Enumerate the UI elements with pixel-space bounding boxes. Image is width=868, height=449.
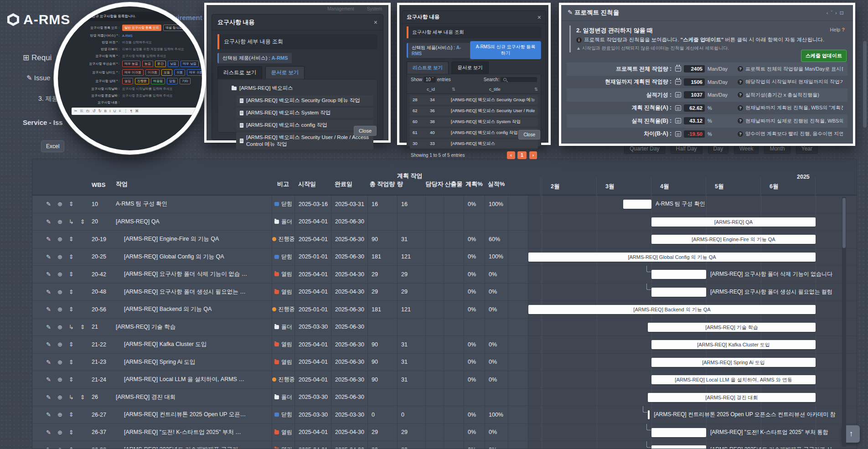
col-header-note[interactable]: 비고 (272, 159, 294, 195)
tree-root-row[interactable]: [ARMS-REQ] 백오피스 (228, 83, 373, 93)
gantt-bar[interactable]: [ARMS-REQ] QA (651, 217, 816, 227)
list-item[interactable]: 2834[ARMS-REQ] 백오피스 Security Group 메뉴 작업 (410, 95, 538, 105)
col-header-actual-pct[interactable]: 실적% (485, 159, 508, 195)
move-row-icon[interactable]: ⇕ (69, 271, 74, 278)
gantt-bar[interactable]: [ARMS-REQ] Spring Ai 도입 (651, 358, 816, 367)
task-cell[interactable]: [ARMS-REQ] QA (112, 213, 272, 231)
form-option-chip[interactable]: 쉬움 (174, 69, 185, 76)
form-option-chip[interactable]: 닫힘 (167, 78, 178, 84)
field-value[interactable]: 1506 (684, 78, 705, 86)
edit-row-icon[interactable]: ✎ (46, 446, 51, 449)
move-row-icon[interactable]: ⇕ (80, 218, 85, 225)
entries-select[interactable]: 10 ˇ (424, 77, 436, 83)
form-option-chip[interactable]: 매우 낮음 (181, 61, 199, 67)
edit-row-icon[interactable]: ✎ (46, 271, 51, 278)
move-row-icon[interactable]: ⇕ (69, 236, 74, 243)
table-row[interactable]: ✎⊕⇕21-24[ARMS-REQ] Local LLM 을 설치하여, ARM… (32, 371, 857, 389)
collapse-right-icon[interactable]: › (835, 10, 840, 15)
field-value[interactable]: 2405 (684, 65, 705, 72)
edit-row-icon[interactable]: ✎ (46, 201, 51, 207)
col-header-start[interactable]: 시작일 (294, 159, 331, 195)
add-row-icon[interactable]: ⊕ (57, 236, 62, 243)
form-option-chip[interactable]: 중간 (155, 61, 166, 67)
col-header-plan-pct[interactable]: 계획% (464, 159, 485, 195)
table-row[interactable]: ✎⊕⇕20-25[ARMS-REQ] Global Config 의 기능 QA… (32, 248, 857, 266)
col-header-owner[interactable]: 담당자 (425, 159, 444, 195)
table-row[interactable]: ✎⊕⇕26-27[ARMS-REQ] 컨트리뷰톤 2025 Open UP 오픈… (32, 406, 857, 424)
table-row[interactable]: ✎⊕⇕26-37[ARMS-REQ] "도전! K-스타트업 2025" 부처 … (32, 424, 857, 442)
task-cell[interactable]: [ARMS-REQ] Backend 의 기능 QA (112, 301, 272, 318)
task-cell[interactable]: [ARMS-REQ] "도전! K-스타트업 2025" 부처 … (112, 424, 272, 441)
table-row[interactable]: ✎⊕⇕20-56[ARMS-REQ] Backend 의 기능 QA진행중202… (32, 301, 857, 319)
form-option-chip[interactable]: 진행중 (135, 78, 149, 84)
edit-row-icon[interactable]: ✎ (46, 218, 51, 225)
table-row[interactable]: ✎⊕↳⇕20[ARMS-REQ] QA폴더2025-04-012025-06-3… (32, 213, 857, 231)
add-row-icon[interactable]: ⊕ (57, 446, 62, 449)
edit-row-icon[interactable]: ✎ (46, 429, 51, 436)
col-c-title[interactable]: c_title (455, 87, 534, 92)
table-row[interactable]: ✎⊕⇕21-22[ARMS-REQ] Kafka Cluster 도입열림202… (32, 336, 857, 354)
tree-item[interactable]: [ARMS-REQ] 백오피스 Security User / Role / A… (236, 132, 373, 150)
edit-row-icon[interactable]: ✎ (46, 359, 51, 366)
task-cell[interactable]: [ARMS-REQ] 기술 학습 (112, 319, 272, 336)
list-item[interactable]: 3033[ARMS-REQ] 백오피스 (410, 139, 538, 149)
task-cell[interactable]: A-RMS 팀 구성 확인 (112, 196, 272, 213)
panel-window-controls[interactable]: ‹ˇ›⊡ (827, 10, 847, 16)
move-row-icon[interactable]: ⇕ (69, 341, 74, 348)
table-row[interactable]: ✎⊕⇕10A-RMS 팀 구성 확인닫힘2025-03-162025-03-31… (32, 196, 857, 213)
form-option-chip[interactable]: 일반 요구사항 등록 모드 (122, 25, 161, 31)
col-header-task[interactable]: 작업 (112, 159, 272, 195)
edit-row-icon[interactable]: ✎ (46, 411, 51, 418)
gantt-bar[interactable]: [ARMS-REQ] 기술 학습 (648, 323, 816, 332)
task-cell[interactable]: [ARMS-REQ] 컨트리뷰톤 2025 Open UP 오픈… (112, 406, 272, 423)
add-row-icon[interactable]: ⊕ (57, 376, 62, 383)
col-header-end[interactable]: 완료일 (331, 159, 367, 195)
add-row-icon[interactable]: ⊕ (57, 201, 62, 207)
move-row-icon[interactable]: ⇕ (69, 289, 74, 295)
add-row-icon[interactable]: ⊕ (57, 218, 62, 225)
sort-icon[interactable]: ⇅ (452, 87, 455, 92)
table-row[interactable]: ✎⊕⇕26-38[ARMS-REQ] 2025년도 기술개발제품 공공기…열림2… (32, 441, 857, 449)
col-c-id[interactable]: c_id (410, 87, 452, 92)
task-cell[interactable]: [ARMS-REQ] 경진 대회 (112, 389, 272, 406)
edit-row-icon[interactable]: ✎ (46, 341, 51, 348)
edit-row-icon[interactable]: ✎ (46, 306, 51, 313)
tab-doc-view[interactable]: 문서로 보기 (451, 62, 488, 74)
add-row-icon[interactable]: ⊕ (57, 411, 62, 418)
add-row-icon[interactable]: ⊕ (57, 253, 62, 260)
help-link[interactable]: Help ? (830, 27, 845, 32)
move-row-icon[interactable]: ⇕ (80, 394, 85, 401)
doc-popup-close-button[interactable]: Close (354, 126, 377, 136)
gantt-bar[interactable]: [ARMS-REQ] Global Config 의 기능 QA (528, 253, 816, 262)
add-row-icon[interactable]: ⊕ (57, 359, 62, 366)
tree-item[interactable]: [ARMS-REQ] 백오피스 System 작업 (236, 108, 373, 118)
field-value[interactable]: 62.62 (684, 104, 705, 112)
table-row[interactable]: ✎⊕↳⇕21[ARMS-REQ] 기술 학습폴더2025-03-302025-0… (32, 319, 857, 336)
col-header-wbs[interactable]: WBS (88, 159, 112, 195)
move-row-icon[interactable]: ⇕ (69, 429, 74, 436)
search-input[interactable] (501, 77, 537, 82)
form-option-chip[interactable]: 해결됨 (151, 78, 165, 84)
task-cell[interactable]: [ARMS-REQ] Engine-Fire 의 기능 QA (112, 231, 272, 248)
move-row-icon[interactable]: ⇕ (69, 359, 74, 366)
task-cell[interactable]: [ARMS-REQ] Kafka Cluster 도입 (112, 336, 272, 353)
collapse-left-icon[interactable]: ‹ (827, 10, 831, 15)
task-cell[interactable]: [ARMS-REQ] Local LLM 을 설치하여, ARMS … (112, 371, 272, 388)
gantt-bar[interactable] (648, 410, 650, 419)
indent-icon[interactable]: ↳ (69, 218, 74, 225)
move-row-icon[interactable]: ⇕ (69, 446, 74, 449)
register-requirement-button[interactable]: A-RMS의 신규 요구사항 등록하기 (470, 41, 541, 59)
pagination-next[interactable]: › (529, 151, 537, 159)
form-option-chip[interactable]: 어려움 (145, 69, 160, 76)
form-option-chip[interactable]: 낮음 (168, 61, 179, 67)
gantt-bar[interactable]: [ARMS-REQ] Engine-Fire 의 기능 QA (651, 235, 816, 244)
gantt-bar[interactable] (651, 270, 706, 279)
form-option-chip[interactable]: 매우 어려움 (122, 69, 144, 76)
list-item[interactable]: 6236[ARMS-REQ] 백오피스 Security User / Role… (410, 106, 538, 116)
form-field-value[interactable]: 요구사항 제목을 입력해 주세요 (122, 54, 166, 58)
close-icon[interactable]: × (374, 19, 377, 26)
task-cell[interactable]: [ARMS-REQ] Spring Ai 도입 (112, 354, 272, 371)
pagination-prev[interactable]: ‹ (507, 151, 515, 159)
add-row-icon[interactable]: ⊕ (57, 271, 62, 278)
close-icon[interactable]: × (537, 14, 541, 21)
